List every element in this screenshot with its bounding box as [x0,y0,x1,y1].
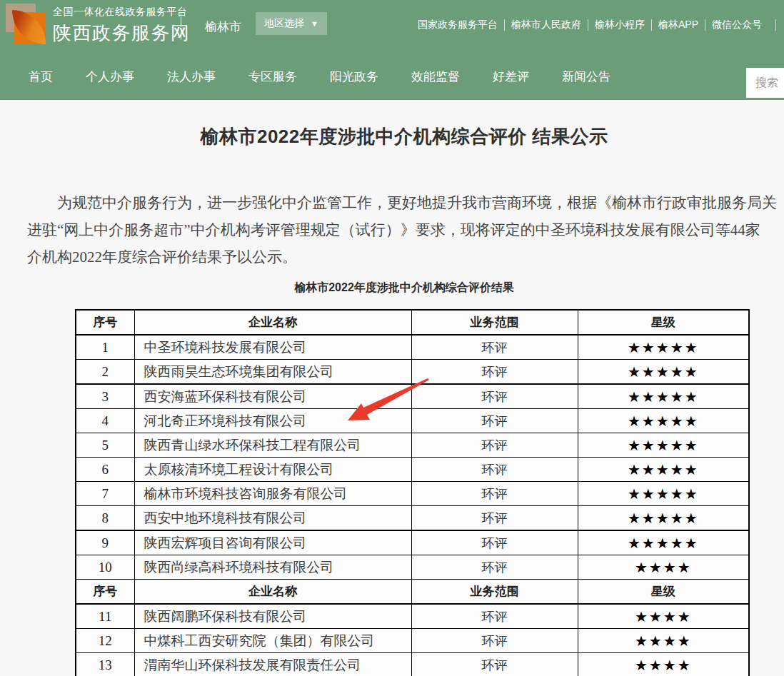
platform-tagline: 全国一体化在线政务服务平台 [53,6,191,19]
top-link[interactable]: 国家政务服务平台 [416,19,500,31]
star-rating: ★★★★★ [578,409,749,433]
star-rating: ★★★★★ [578,384,749,409]
business-scope: 环评 [411,482,578,506]
page-title: 榆林市2022年度涉批中介机构综合评价 结果公示 [27,124,781,149]
top-link[interactable]: 微信公众号 [710,19,764,31]
nav-item[interactable]: 个人办事 [86,69,134,85]
business-scope: 环评 [411,530,578,555]
site-header: 全国一体化在线政务服务平台 陕西政务服务网 榆林市 地区选择 ▼ 国家政务服务平… [0,0,784,100]
table-row: 2陕西雨昊生态环境集团有限公司环评★★★★★ [76,360,749,385]
row-number: 10 [76,555,134,580]
table-row: 13渭南华山环保科技发展有限责任公司环评★★★★ [76,653,749,676]
column-header: 星级 [578,310,749,335]
table-row: 3西安海蓝环保科技有限公司环评★★★★★ [76,384,749,409]
row-number: 8 [76,506,134,531]
top-link[interactable]: 榆林小程序 [593,19,647,31]
business-scope: 环评 [411,458,578,482]
row-number: 4 [76,409,134,433]
main-nav: 首页个人办事法人办事专区服务阳光政务效能监督好差评新闻公告 [0,54,784,100]
nav-item[interactable]: 专区服务 [248,69,297,85]
table-row: 1中圣环境科技发展有限公司环评★★★★★ [76,335,749,360]
region-selector-button[interactable]: 地区选择 ▼ [256,12,327,35]
divider [588,19,588,31]
row-number: 12 [76,629,134,653]
row-number: 11 [76,604,134,629]
business-scope: 环评 [411,360,578,385]
top-link[interactable]: 榆林市人民政府 [509,19,583,31]
region-selector-label: 地区选择 [264,17,304,29]
table-row: 9陕西宏辉项目咨询有限公司环评★★★★★ [76,530,749,555]
table-row: 10陕西尚绿高科环境科技有限公司环评★★★★ [76,555,749,580]
table-row: 6太原核清环境工程设计有限公司环评★★★★★ [76,458,749,482]
star-rating: ★★★★★ [578,482,749,506]
business-scope: 环评 [411,629,578,653]
table-caption: 榆林市2022年度涉批中介机构综合评价结果 [27,281,781,296]
column-header: 序号 [76,580,134,605]
business-scope: 环评 [411,409,578,433]
row-number: 6 [76,458,134,482]
company-name: 渭南华山环保科技发展有限责任公司 [134,653,411,676]
company-name: 中煤科工西安研究院（集团）有限公司 [134,629,411,653]
company-name: 西安中地环境科技有限公司 [134,506,411,531]
table-header-row: 序号企业名称业务范围星级 [76,310,749,335]
site-name: 陕西政务服务网 [53,21,191,46]
nav-item[interactable]: 好差评 [493,69,529,85]
business-scope: 环评 [411,433,578,458]
nav-item[interactable]: 新闻公告 [562,69,610,85]
row-number: 5 [76,433,134,458]
column-header: 企业名称 [134,580,411,605]
row-number: 3 [76,384,134,409]
top-link[interactable]: 榆林APP [656,19,700,31]
divider [181,12,181,40]
nav-item[interactable]: 法人办事 [167,69,216,85]
row-number: 9 [76,530,134,555]
star-rating: ★★★★★ [578,458,749,482]
announcement-paragraph: 为规范中介服务行为，进一步强化中介监管工作，更好地提升我市营商环境，根据《榆林市… [27,189,781,271]
star-rating: ★★★★★ [578,433,749,458]
chevron-down-icon: ▼ [311,19,318,28]
star-rating: ★★★★ [578,653,749,676]
paragraph-line: 进驻“网上中介服务超市”中介机构考评管理规定（试行）》要求，现将评定的中圣环境科… [27,216,781,243]
star-rating: ★★★★ [578,555,749,580]
column-header: 序号 [76,310,134,335]
search-input[interactable] [746,68,784,98]
company-name: 陕西尚绿高科环境科技有限公司 [134,555,411,580]
company-name: 中圣环境科技发展有限公司 [134,335,411,360]
brand-block: 全国一体化在线政务服务平台 陕西政务服务网 [53,6,191,46]
table-row: 4河北奇正环境科技有限公司环评★★★★★ [76,409,749,433]
nav-item[interactable]: 首页 [29,69,53,85]
row-number: 2 [76,360,134,385]
table-row: 11陕西阔鹏环保科技有限公司环评★★★★ [76,604,749,629]
company-name: 陕西青山绿水环保科技工程有限公司 [134,433,411,458]
company-name: 西安海蓝环保科技有限公司 [134,384,411,409]
row-number: 1 [76,335,134,360]
current-city-label[interactable]: 榆林市 [205,19,241,35]
column-header: 星级 [578,580,749,605]
column-header: 企业名称 [134,310,411,335]
star-rating: ★★★★★ [578,530,749,555]
divider [504,19,505,31]
table-row: 12中煤科工西安研究院（集团）有限公司环评★★★★ [76,629,749,653]
business-scope: 环评 [411,506,578,531]
business-scope: 环评 [411,653,578,676]
evaluation-results-table: 序号企业名称业务范围星级1中圣环境科技发展有限公司环评★★★★★2陕西雨昊生态环… [75,309,750,676]
nav-item[interactable]: 效能监督 [411,69,460,85]
company-name: 陕西阔鹏环保科技有限公司 [134,604,411,629]
paragraph-line: 介机构2022年度综合评价结果予以公示。 [27,243,781,271]
company-name: 陕西宏辉项目咨询有限公司 [134,530,411,555]
star-rating: ★★★★★ [578,506,749,531]
page: 全国一体化在线政务服务平台 陕西政务服务网 榆林市 地区选择 ▼ 国家政务服务平… [0,0,784,676]
nav-item[interactable]: 阳光政务 [330,69,378,85]
content-area: 榆林市2022年度涉批中介机构综合评价 结果公示 为规范中介服务行为，进一步强化… [0,100,784,676]
announcement-article: 榆林市2022年度涉批中介机构综合评价 结果公示 为规范中介服务行为，进一步强化… [27,124,781,676]
column-header: 业务范围 [411,580,578,605]
company-name: 榆林市环境科技咨询服务有限公司 [134,482,411,506]
divider [651,19,652,31]
divider [775,19,776,31]
table-row: 7榆林市环境科技咨询服务有限公司环评★★★★★ [76,482,749,506]
business-scope: 环评 [411,555,578,580]
star-rating: ★★★★ [578,604,749,629]
business-scope: 环评 [411,335,578,360]
table-header-row: 序号企业名称业务范围星级 [76,580,749,605]
company-name: 太原核清环境工程设计有限公司 [134,458,411,482]
